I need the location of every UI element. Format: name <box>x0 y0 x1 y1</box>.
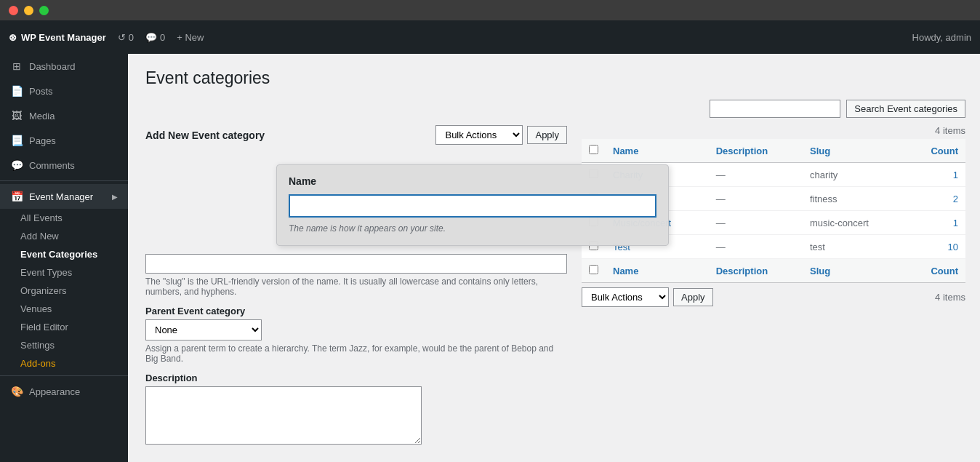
header-count-col[interactable]: Count <box>907 139 965 163</box>
title-bar <box>0 0 980 20</box>
sidebar-item-event-manager[interactable]: 📅 Event Manager ▶ <box>0 184 128 209</box>
new-label: + New <box>177 32 204 43</box>
updates-item[interactable]: ↺ 0 <box>118 32 134 43</box>
add-new-title: Add New Event category <box>145 130 265 141</box>
sidebar-item-organizers[interactable]: Organizers <box>20 282 128 300</box>
name-input[interactable] <box>289 194 656 218</box>
items-count-top: 4 items <box>935 125 965 136</box>
bottom-bulk-select[interactable]: Bulk Actions <box>582 287 669 307</box>
sidebar-item-posts[interactable]: 📄 Posts <box>0 79 128 103</box>
row-slug: charity <box>803 163 907 187</box>
comments-item[interactable]: 💬 0 <box>145 32 165 43</box>
comments-icon: 💬 <box>145 32 157 43</box>
sidebar-item-add-new[interactable]: Add New <box>20 227 128 245</box>
items-count-bottom: 4 items <box>935 292 965 303</box>
row-count[interactable]: 1 <box>907 211 965 235</box>
sidebar-item-event-types[interactable]: Event Types <box>20 263 128 282</box>
sidebar-label-comments: Comments <box>29 160 75 171</box>
description-label: Description <box>145 373 567 383</box>
bottom-bulk-actions: Bulk Actions Apply <box>582 287 713 307</box>
description-field: Description <box>145 373 567 447</box>
greeting: Howdy, admin <box>912 32 971 43</box>
row-description: — <box>709 187 803 211</box>
table-footer-row: Name Description Slug Count <box>582 259 965 283</box>
sidebar-item-event-categories[interactable]: Event Categories <box>20 245 128 263</box>
close-button[interactable] <box>9 6 18 15</box>
name-popup: Name The name is how it appears on your … <box>276 164 669 246</box>
top-bulk-actions: Bulk Actions Apply <box>435 125 567 145</box>
sidebar: ⊞ Dashboard 📄 Posts 🖼 Media 📃 Pages 💬 Co… <box>0 54 128 462</box>
parent-select[interactable]: None <box>145 319 262 340</box>
appearance-icon: 🎨 <box>10 385 23 398</box>
main-content: Event categories Search Event categories… <box>128 54 980 462</box>
sidebar-item-appearance[interactable]: 🎨 Appearance <box>0 379 128 404</box>
footer-count-col[interactable]: Count <box>907 259 965 283</box>
footer-name-col[interactable]: Name <box>606 259 709 283</box>
sidebar-item-comments[interactable]: 💬 Comments <box>0 153 128 178</box>
sidebar-item-venues[interactable]: Venues <box>20 300 128 318</box>
sidebar-item-dashboard[interactable]: ⊞ Dashboard <box>0 54 128 79</box>
brand-label: WP Event Manager <box>21 32 106 43</box>
admin-brand[interactable]: ⊛ WP Event Manager <box>9 32 106 43</box>
row-description: — <box>709 211 803 235</box>
updates-count: 0 <box>129 32 134 43</box>
sidebar-item-all-events[interactable]: All Events <box>20 209 128 227</box>
sidebar-item-media[interactable]: 🖼 Media <box>0 103 128 128</box>
layout: ⊞ Dashboard 📄 Posts 🖼 Media 📃 Pages 💬 Co… <box>0 54 980 462</box>
sidebar-item-pages[interactable]: 📃 Pages <box>0 128 128 153</box>
parent-hint: Assign a parent term to create a hierarc… <box>145 343 567 364</box>
popup-name-label: Name <box>289 175 656 187</box>
search-input[interactable] <box>710 100 840 118</box>
table-header-row: Name Description Slug Count <box>582 139 965 163</box>
footer-description-col: Description <box>709 259 803 283</box>
updates-icon: ↺ <box>118 32 126 43</box>
slug-hint: The "slug" is the URL-friendly version o… <box>145 276 567 297</box>
chevron-icon: ▶ <box>112 193 118 201</box>
page-title: Event categories <box>145 68 965 88</box>
sidebar-item-field-editor[interactable]: Field Editor <box>20 318 128 336</box>
header-description-col: Description <box>709 139 803 163</box>
select-all-footer-checkbox[interactable] <box>589 265 598 274</box>
row-slug: music-concert <box>803 211 907 235</box>
pages-icon: 📃 <box>10 134 23 147</box>
footer-checkbox-col <box>582 259 606 283</box>
posts-icon: 📄 <box>10 84 23 97</box>
sidebar-item-add-ons[interactable]: Add-ons <box>20 354 128 373</box>
row-description: — <box>709 163 803 187</box>
bottom-actions: Bulk Actions Apply 4 items <box>582 287 965 307</box>
row-slug: test <box>803 235 907 259</box>
media-icon: 🖼 <box>10 109 23 122</box>
top-bulk-select[interactable]: Bulk Actions <box>435 125 523 145</box>
slug-field: The "slug" is the URL-friendly version o… <box>145 254 567 297</box>
sidebar-label-event-manager: Event Manager <box>29 191 93 202</box>
row-slug: fitness <box>803 187 907 211</box>
bottom-apply-button[interactable]: Apply <box>673 288 713 306</box>
maximize-button[interactable] <box>39 6 49 15</box>
new-item[interactable]: + New <box>177 32 204 43</box>
header-slug-col: Slug <box>803 139 907 163</box>
search-row: Search Event categories <box>145 100 965 118</box>
row-count[interactable]: 1 <box>907 163 965 187</box>
search-button[interactable]: Search Event categories <box>846 100 965 118</box>
slug-input[interactable] <box>145 254 567 274</box>
minimize-button[interactable] <box>24 6 33 15</box>
row-count[interactable]: 10 <box>907 235 965 259</box>
admin-bar: ⊛ WP Event Manager ↺ 0 💬 0 + New Howdy, … <box>0 20 980 54</box>
header-checkbox-col <box>582 139 606 163</box>
description-input[interactable] <box>145 386 422 445</box>
wp-icon: ⊛ <box>9 32 17 43</box>
sidebar-item-settings[interactable]: Settings <box>20 336 128 354</box>
sidebar-label-dashboard: Dashboard <box>29 61 76 72</box>
sidebar-label-appearance: Appearance <box>29 386 80 397</box>
top-apply-button[interactable]: Apply <box>527 126 567 144</box>
comments-icon: 💬 <box>10 159 23 172</box>
sidebar-label-posts: Posts <box>29 86 53 97</box>
row-count[interactable]: 2 <box>907 187 965 211</box>
footer-slug-col: Slug <box>803 259 907 283</box>
comments-count: 0 <box>160 32 165 43</box>
sidebar-submenu-event-manager: All Events Add New Event Categories Even… <box>0 209 128 373</box>
select-all-checkbox[interactable] <box>589 145 598 154</box>
header-name-col[interactable]: Name <box>606 139 709 163</box>
dashboard-icon: ⊞ <box>10 60 23 73</box>
top-actions: Add New Event category Bulk Actions Appl… <box>145 125 567 145</box>
